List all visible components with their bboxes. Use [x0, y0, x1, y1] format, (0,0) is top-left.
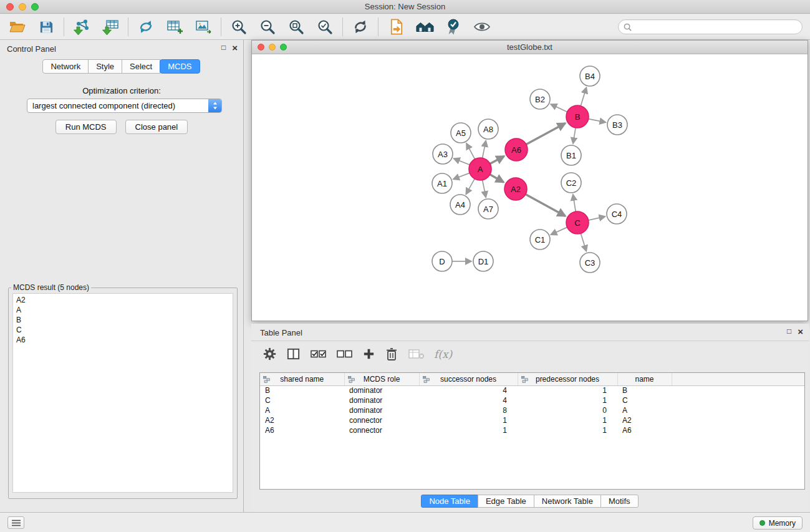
function-builder-button[interactable]: f(x)	[434, 344, 452, 364]
zoom-selected-button[interactable]	[314, 16, 336, 37]
show-columns-button[interactable]	[286, 344, 301, 364]
zoom-view-icon[interactable]	[280, 44, 287, 51]
minimize-view-icon[interactable]	[269, 44, 276, 51]
float-icon[interactable]: □	[787, 327, 791, 336]
select-all-button[interactable]	[310, 344, 327, 364]
graph-edge[interactable]	[490, 156, 504, 163]
network-graph[interactable]: AA6A2BCA5A8A3A1A4A7B4B2B3B1C2C4C1C3DD1	[252, 55, 808, 321]
table-cell[interactable]: 4	[419, 385, 518, 395]
close-icon[interactable]: ×	[798, 327, 803, 336]
tab-edge-table[interactable]: Edge Table	[478, 495, 534, 508]
tab-mcds[interactable]: MCDS	[160, 59, 200, 74]
close-view-icon[interactable]	[258, 44, 264, 51]
graph-node-C[interactable]: C	[566, 211, 589, 234]
zoom-out-button[interactable]	[256, 16, 279, 37]
table-cell[interactable]: 1	[518, 395, 617, 405]
table-row[interactable]: A2connector11A2	[260, 415, 804, 425]
table-cell[interactable]: B	[260, 385, 344, 395]
mcds-result-item[interactable]: C	[13, 325, 233, 335]
graph-node-A1[interactable]: A1	[432, 173, 452, 193]
graph-edge[interactable]	[573, 195, 576, 211]
new-table-button[interactable]	[163, 16, 186, 37]
add-column-button[interactable]	[362, 344, 375, 364]
graph-node-A7[interactable]: A7	[478, 199, 498, 219]
graph-edge[interactable]	[483, 180, 486, 198]
table-cell[interactable]: 0	[518, 405, 617, 415]
tab-network-table[interactable]: Network Table	[534, 495, 601, 508]
mcds-result-item[interactable]: A	[13, 305, 233, 315]
graph-edge[interactable]	[551, 227, 567, 235]
graph-edge[interactable]	[454, 158, 470, 165]
run-mcds-button[interactable]: Run MCDS	[55, 120, 117, 134]
table-row[interactable]: Adominator80A	[260, 405, 804, 415]
table-cell[interactable]: A2	[617, 415, 672, 425]
save-session-button[interactable]	[35, 16, 57, 37]
graph-node-C3[interactable]: C3	[580, 253, 600, 273]
graph-edge[interactable]	[483, 141, 486, 158]
unselect-all-button[interactable]	[336, 344, 353, 364]
graph-node-B[interactable]: B	[566, 105, 589, 128]
graph-node-B2[interactable]: B2	[530, 89, 550, 109]
graph-node-D1[interactable]: D1	[473, 251, 493, 271]
search-input[interactable]	[635, 22, 797, 32]
graph-edge[interactable]	[581, 87, 586, 106]
table-settings-button[interactable]	[263, 344, 277, 364]
column-header-successor-nodes[interactable]: successor nodes	[419, 373, 518, 385]
table-cell[interactable]: C	[617, 395, 672, 405]
eye-button[interactable]	[471, 16, 493, 37]
table-cell[interactable]: dominator	[344, 395, 419, 405]
table-row[interactable]: Cdominator41C	[260, 395, 804, 405]
import-table-button[interactable]	[99, 16, 122, 37]
tab-motifs[interactable]: Motifs	[600, 495, 639, 508]
column-header-mcds-role[interactable]: MCDS role	[344, 373, 419, 385]
table-cell[interactable]: 1	[419, 415, 518, 425]
graph-edge[interactable]	[581, 233, 586, 251]
graph-node-A5[interactable]: A5	[451, 123, 471, 143]
table-cell[interactable]: 4	[419, 395, 518, 405]
table-cell[interactable]: B	[617, 385, 672, 395]
graph-node-C4[interactable]: C4	[607, 204, 627, 224]
graph-node-A2[interactable]: A2	[504, 178, 527, 200]
table-cell[interactable]: A6	[617, 425, 672, 435]
criterion-dropdown[interactable]: largest connected component (directed)	[27, 99, 222, 113]
sync-network-button[interactable]	[135, 16, 157, 37]
graph-edge[interactable]	[573, 128, 576, 143]
graph-node-B3[interactable]: B3	[607, 115, 627, 135]
graph-node-A4[interactable]: A4	[450, 195, 470, 215]
graph-edge[interactable]	[490, 175, 504, 182]
table-cell[interactable]: A2	[260, 415, 344, 425]
graph-edge[interactable]	[526, 195, 566, 216]
search-box[interactable]	[618, 19, 803, 34]
zoom-in-button[interactable]	[228, 16, 250, 37]
graph-node-A8[interactable]: A8	[478, 119, 498, 139]
mcds-result-item[interactable]: A6	[13, 335, 233, 345]
network-canvas[interactable]: AA6A2BCA5A8A3A1A4A7B4B2B3B1C2C4C1C3DD1	[252, 55, 808, 321]
close-icon[interactable]: ×	[232, 43, 238, 52]
table-cell[interactable]: A6	[260, 425, 344, 435]
tab-node-table[interactable]: Node Table	[421, 495, 478, 508]
graph-node-C2[interactable]: C2	[561, 173, 581, 193]
zoom-fit-button[interactable]	[285, 16, 307, 37]
column-header-shared-name[interactable]: shared name	[260, 373, 344, 385]
tab-style[interactable]: Style	[88, 59, 122, 74]
delete-column-button[interactable]	[385, 344, 398, 364]
table-cell[interactable]: A	[617, 405, 672, 415]
graph-edge[interactable]	[466, 143, 475, 159]
mcds-result-list[interactable]: A2ABCA6	[12, 293, 233, 493]
table-cell[interactable]: dominator	[344, 385, 419, 395]
houses-button[interactable]	[413, 16, 436, 37]
table-cell[interactable]: 8	[419, 405, 518, 415]
table-row[interactable]: Bdominator41B	[260, 385, 804, 395]
graph-node-B4[interactable]: B4	[580, 66, 600, 86]
table-cell[interactable]: 1	[419, 425, 518, 435]
table-cell[interactable]: 1	[518, 385, 617, 395]
zoom-window-icon[interactable]	[31, 3, 39, 11]
close-panel-button[interactable]: Close panel	[125, 120, 188, 134]
graph-node-C1[interactable]: C1	[530, 230, 550, 249]
float-icon[interactable]: □	[221, 43, 226, 52]
table-cell[interactable]: connector	[344, 415, 419, 425]
tab-network[interactable]: Network	[42, 59, 89, 74]
graph-edge[interactable]	[551, 104, 567, 112]
mcds-result-item[interactable]: B	[13, 315, 233, 325]
task-history-button[interactable]	[7, 516, 24, 529]
